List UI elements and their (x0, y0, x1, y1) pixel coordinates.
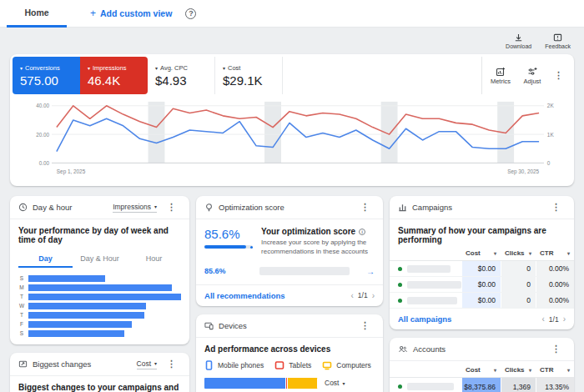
bar[interactable] (28, 321, 132, 328)
all-recommendations-link[interactable]: All recommendations (204, 291, 285, 300)
add-custom-view-button[interactable]: + Add custom view (90, 8, 172, 19)
chevron-right-icon[interactable]: › (372, 291, 375, 300)
column-cost[interactable]: Cost▾ (461, 366, 501, 374)
bar[interactable] (28, 275, 105, 282)
devices-heading: Ad performance across devices (204, 344, 375, 354)
tab-home[interactable]: Home (7, 0, 67, 28)
column-cost[interactable]: Cost▾ (461, 249, 501, 257)
column-clicks[interactable]: Clicks▾ (501, 366, 536, 374)
table-row[interactable]: $0.00 0 0.00% (390, 261, 574, 277)
redacted-campaign-name (407, 265, 451, 273)
redacted-account-name (407, 383, 454, 390)
scorecard-label: Impressions (93, 64, 126, 72)
tab-day[interactable]: Day (18, 250, 73, 268)
metric-dropdown[interactable]: Cost▾ (137, 359, 158, 369)
stacked-bar[interactable] (204, 378, 318, 389)
page-indicator: 1/1 (549, 315, 559, 324)
progress-end-dot (250, 246, 253, 249)
redacted-account-name (259, 267, 350, 275)
card-title: Biggest changes (33, 359, 91, 369)
all-campaigns-link[interactable]: All campaigns (398, 314, 451, 324)
table-header: Cost▾ Clicks▾ CTR▾ (390, 246, 574, 261)
overflow-menu-icon[interactable]: ⋮ (355, 320, 375, 331)
bar-metric-dropdown[interactable]: Cost▾ (325, 379, 375, 387)
table-header: Cost▾ Clicks▾ CTR▾ (390, 363, 574, 378)
svg-text:1K: 1K (547, 132, 555, 138)
overflow-menu-icon[interactable]: ⋮ (355, 202, 375, 213)
table-row[interactable]: $0.00 0 0.00% (390, 293, 574, 309)
cards-board: Day & hour Impressions▾ ⋮ Your performan… (0, 196, 584, 392)
plus-icon: + (90, 8, 96, 19)
optimization-score-value: 85.6% (204, 227, 253, 241)
bar-row: T (18, 292, 181, 301)
timeseries-chart[interactable]: 0.0020.0040.0001K2KSep 1, 2025Sep 30, 20… (10, 94, 574, 186)
board-column-3: Campaigns ⋮ Summary of how your campaign… (390, 196, 574, 392)
biggest-changes-card-body: Biggest changes to your campaigns and ad… (10, 376, 189, 392)
svg-text:Sep 1, 2025: Sep 1, 2025 (57, 168, 86, 175)
chevron-down-icon: ▾ (567, 367, 570, 373)
chevron-left-icon[interactable]: ‹ (541, 314, 544, 324)
chevron-down-icon: ▾ (20, 65, 23, 71)
scorecard-cost[interactable]: ▾Cost $29.1K (215, 57, 283, 94)
status-dot (398, 283, 402, 287)
bar[interactable] (28, 330, 124, 337)
day-hour-tabs: Day Day & Hour Hour (18, 250, 181, 268)
metric-dropdown[interactable]: Impressions▾ (113, 203, 157, 213)
optimization-card-body: 85.6% Your optimization scorei Increase … (196, 219, 383, 260)
optimization-progress-bar (204, 245, 253, 249)
overflow-menu-icon[interactable]: ⋮ (162, 359, 181, 369)
overflow-menu-icon[interactable]: ⋮ (162, 202, 181, 213)
bar-row: S (18, 274, 181, 283)
day-hour-card-header: Day & hour Impressions▾ ⋮ (10, 196, 189, 219)
campaigns-card: Campaigns ⋮ Summary of how your campaign… (390, 196, 574, 329)
biggest-changes-card: Biggest changes Cost▾ ⋮ Biggest changes … (10, 353, 189, 392)
campaigns-heading: Summary of how your campaigns are perfor… (390, 226, 574, 244)
adjust-label: Adjust (524, 78, 541, 85)
overflow-menu-icon[interactable]: ⋮ (546, 202, 566, 213)
devices-icon (204, 321, 214, 330)
scorecard-row: ▾Conversions 575.00 ▾Impressions 46.4K ▾… (10, 54, 574, 94)
metrics-label: Metrics (491, 78, 511, 85)
column-label: Clicks (505, 249, 525, 257)
column-ctr[interactable]: CTR▾ (536, 249, 574, 257)
arrow-right-icon[interactable]: → (366, 267, 375, 276)
tab-hour[interactable]: Hour (127, 250, 181, 268)
legend-tablet: Tablets (274, 360, 311, 370)
day-hour-card-body: Your performance by day of week and time… (10, 219, 189, 344)
optimization-account-row[interactable]: 85.6% → (196, 260, 383, 284)
scorecard-conversions[interactable]: ▾Conversions 575.00 (13, 57, 80, 94)
scorecard-impressions[interactable]: ▾Impressions 46.4K (80, 57, 148, 94)
scorecard-label: Conversions (25, 64, 60, 72)
page-indicator: 1/1 (358, 291, 368, 299)
bar-row: S (18, 329, 181, 338)
bar-label: F (18, 321, 25, 327)
overflow-menu-icon[interactable]: ⋮ (546, 344, 566, 354)
adjust-button[interactable]: Adjust (517, 67, 547, 85)
bar[interactable] (28, 284, 172, 291)
chevron-left-icon[interactable]: ‹ (350, 291, 353, 300)
table-row[interactable]: $0.00 0 0.00% (390, 277, 574, 293)
cost-cell: $0.00 (461, 277, 501, 292)
bar-label: S (18, 275, 25, 281)
bar[interactable] (28, 294, 181, 300)
help-icon[interactable]: ? (185, 8, 196, 19)
tab-day-and-hour[interactable]: Day & Hour (73, 250, 127, 268)
metrics-button[interactable]: Metrics (486, 67, 516, 85)
bar[interactable] (28, 312, 144, 319)
download-icon (514, 33, 523, 43)
bar[interactable] (28, 303, 146, 309)
download-button[interactable]: Download (506, 33, 531, 49)
column-ctr[interactable]: CTR▾ (536, 366, 574, 374)
column-clicks[interactable]: Clicks▾ (501, 249, 536, 257)
table-row[interactable]: $8,375.86 1,369 13.35% (390, 378, 574, 392)
chevron-right-icon[interactable]: › (563, 314, 566, 324)
feedback-button[interactable]: Feedback (545, 33, 571, 49)
download-label: Download (506, 43, 531, 49)
clicks-cell: 0 (501, 261, 536, 276)
accounts-card-header: Accounts ⋮ (390, 338, 574, 361)
overflow-menu-icon[interactable]: ⋮ (549, 70, 568, 81)
main-chart-svg: 0.0020.0040.0001K2KSep 1, 2025Sep 30, 20… (17, 98, 577, 179)
scorecard-avg-cpc[interactable]: ▾Avg. CPC $4.93 (148, 57, 215, 94)
legend-mobile: Mobile phones (204, 360, 264, 370)
column-label: Cost (466, 249, 481, 257)
